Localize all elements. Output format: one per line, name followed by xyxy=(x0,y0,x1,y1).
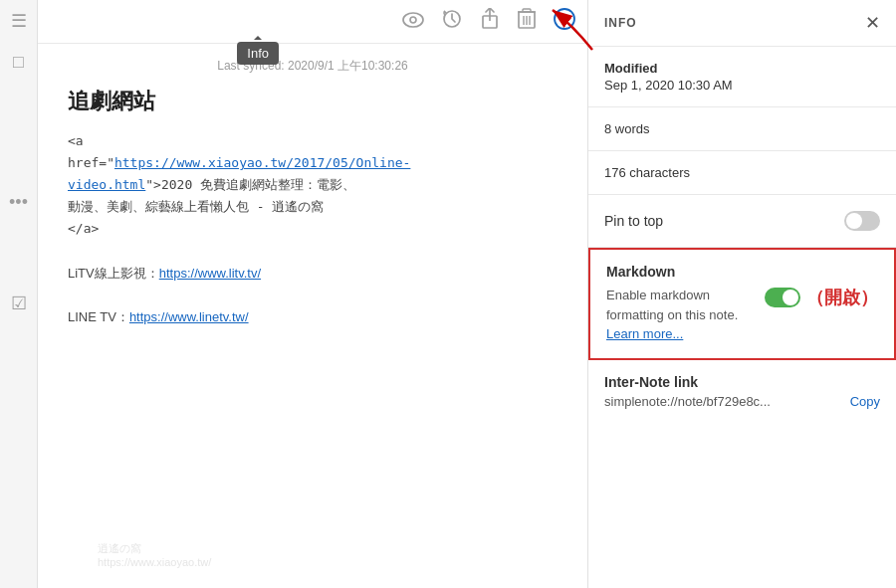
linetv-label: LINE TV： xyxy=(68,309,129,324)
markdown-desc: Enable markdown formatting on this note.… xyxy=(606,288,738,341)
kanji-open-label: （開啟） xyxy=(806,286,878,309)
modified-section: Modified Sep 1, 2020 10:30 AM xyxy=(588,47,896,107)
svg-point-0 xyxy=(403,13,423,27)
markdown-section: Markdown Enable markdown formatting on t… xyxy=(588,248,896,360)
toolbar: i Info xyxy=(38,0,587,44)
note-content: Last synced: 2020/9/1 上午10:30:26 追劇網站 <a… xyxy=(38,44,587,588)
inter-note-title: Inter-Note link xyxy=(604,374,880,390)
chars-value: 176 characters xyxy=(604,165,880,180)
note-link-video[interactable]: https://www.xiaoyao.tw/2017/05/Online-vi… xyxy=(68,155,410,192)
markdown-desc-row: Enable markdown formatting on this note.… xyxy=(606,286,878,344)
linetv-link[interactable]: https://www.linetv.tw/ xyxy=(129,309,249,324)
info-icon[interactable]: i xyxy=(554,8,575,35)
close-button[interactable]: ✕ xyxy=(865,14,880,32)
main-area: i Info Last synced: 2020/9/1 上午10:30:26 … xyxy=(38,0,587,588)
info-panel-header: INFO ✕ xyxy=(588,0,896,47)
share-icon[interactable] xyxy=(480,8,500,35)
copy-button[interactable]: Copy xyxy=(850,394,880,409)
markdown-toggle[interactable] xyxy=(765,288,800,307)
info-panel-title: INFO xyxy=(604,16,637,30)
history-icon[interactable] xyxy=(442,9,462,34)
svg-text:i: i xyxy=(562,12,566,27)
litv-label: LiTV線上影視： xyxy=(68,266,159,281)
sidebar-check-icon[interactable]: ☑ xyxy=(11,293,27,314)
modified-value: Sep 1, 2020 10:30 AM xyxy=(604,78,880,93)
inter-note-section: Inter-Note link simplenote://note/bf729e… xyxy=(588,360,896,423)
note-title: 追劇網站 xyxy=(68,87,558,116)
note-body: <a href="https://www.xiaoyao.tw/2017/05/… xyxy=(68,130,558,328)
svg-point-1 xyxy=(410,17,416,23)
pin-label: Pin to top xyxy=(604,213,663,229)
inter-note-row: simplenote://note/bf729e8c... Copy xyxy=(604,394,880,409)
modified-label: Modified xyxy=(604,61,880,76)
preview-icon[interactable] xyxy=(402,10,424,33)
words-section: 8 words xyxy=(588,107,896,151)
note-code-block: <a href="https://www.xiaoyao.tw/2017/05/… xyxy=(68,133,410,236)
inter-note-link: simplenote://note/bf729e8c... xyxy=(604,394,771,409)
sidebar-more-icon[interactable]: ••• xyxy=(9,192,28,213)
info-tooltip: Info xyxy=(237,42,279,65)
watermark: 逍遙の窩 https://www.xiaoyao.tw/ xyxy=(98,541,211,568)
words-value: 8 words xyxy=(604,121,880,136)
pin-to-top-row: Pin to top xyxy=(588,195,896,248)
chars-section: 176 characters xyxy=(588,151,896,195)
svg-rect-6 xyxy=(523,9,531,12)
sidebar-layout-icon[interactable]: □ xyxy=(13,52,24,73)
markdown-title: Markdown xyxy=(606,264,878,280)
sync-info: Last synced: 2020/9/1 上午10:30:26 xyxy=(68,58,558,75)
learn-more-link[interactable]: Learn more... xyxy=(606,326,683,341)
sidebar-menu-icon[interactable]: ☰ xyxy=(11,10,27,32)
sidebar: ☰ □ ••• ☑ xyxy=(0,0,38,588)
litv-link[interactable]: https://www.litv.tv/ xyxy=(159,266,261,281)
pin-toggle[interactable] xyxy=(844,211,880,231)
trash-icon[interactable] xyxy=(518,8,536,35)
info-panel: INFO ✕ Modified Sep 1, 2020 10:30 AM 8 w… xyxy=(587,0,896,588)
